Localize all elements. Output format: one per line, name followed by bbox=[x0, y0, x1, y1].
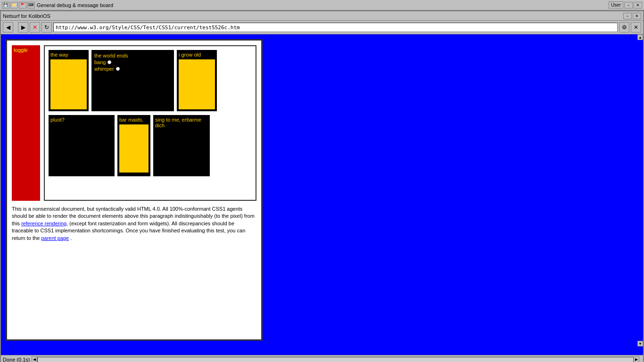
pluot-box: pluot? bbox=[49, 115, 115, 176]
horizontal-scrollbar[interactable]: ◀ ▶ bbox=[32, 356, 639, 362]
title-bar-icons: 💾 📁 🚩 ⌨ bbox=[2, 2, 35, 8]
pluot-label: pluot? bbox=[50, 117, 65, 123]
content-area: ▲ toggle the way bbox=[1, 34, 643, 355]
title-bar: 💾 📁 🚩 ⌨ General debug & message board Us… bbox=[0, 0, 644, 10]
i-grow-old-label: i grow old bbox=[179, 52, 215, 58]
forward-button[interactable]: ▶ bbox=[18, 22, 28, 33]
the-way-label: the way bbox=[50, 52, 87, 58]
title-bar-left: 💾 📁 🚩 ⌨ General debug & message board bbox=[2, 2, 115, 8]
message-board-title: General debug & message board bbox=[37, 2, 113, 8]
scroll-left-arrow[interactable]: ◀ bbox=[32, 356, 37, 362]
toggle-label: toggle bbox=[14, 47, 28, 53]
flag-icon[interactable]: 🚩 bbox=[19, 2, 26, 8]
bang-item: bang bbox=[94, 59, 171, 65]
main-content-box: toggle the way the world ends bbox=[6, 39, 263, 341]
scroll-down-arrow[interactable]: ▼ bbox=[637, 341, 643, 346]
status-text: Done (0.1s) bbox=[3, 357, 30, 362]
bar-maids-box: bar maids, bbox=[117, 115, 150, 176]
the-way-box: the way bbox=[49, 50, 89, 111]
toggle-section: toggle the way the world ends bbox=[12, 45, 256, 201]
close-button[interactable]: ✕ bbox=[634, 2, 642, 8]
world-ends-box: the world ends bang whimper bbox=[91, 50, 174, 111]
save-icon[interactable]: 💾 bbox=[2, 2, 9, 8]
settings-button[interactable]: ⚙ bbox=[619, 22, 629, 33]
bang-radio[interactable] bbox=[107, 60, 111, 64]
grow-old-yellow-block bbox=[179, 59, 215, 109]
bang-label: bang bbox=[94, 59, 106, 65]
whimper-label: whimper bbox=[94, 66, 114, 72]
sing-box: sing to me, erbarme dich bbox=[153, 115, 210, 176]
scroll-up-arrow[interactable]: ▲ bbox=[637, 34, 643, 40]
bar-maids-label: bar maids, bbox=[119, 117, 149, 123]
right-content-grid: the way the world ends bang whimper bbox=[44, 45, 256, 201]
keyboard-icon[interactable]: ⌨ bbox=[27, 2, 35, 8]
title-bar-right: User − ✕ bbox=[609, 1, 642, 8]
i-grow-old-box: i grow old bbox=[177, 50, 217, 111]
browser-close-button[interactable]: ✕ bbox=[633, 13, 641, 19]
toggle-box: toggle bbox=[12, 45, 40, 201]
whimper-radio[interactable] bbox=[116, 67, 120, 71]
browser-title: Netsurf for KolibriOS bbox=[3, 13, 50, 19]
stop-button[interactable]: ✕ bbox=[30, 22, 40, 33]
whimper-item: whimper bbox=[94, 66, 171, 72]
browser-minimize-button[interactable]: − bbox=[623, 13, 632, 19]
folder-icon[interactable]: 📁 bbox=[10, 2, 18, 8]
the-way-yellow-block bbox=[50, 59, 87, 109]
url-bar[interactable] bbox=[53, 23, 618, 32]
bottom-row: pluot? bar maids, sing to me, erbarme di… bbox=[49, 115, 252, 176]
browser-titlebar: Netsurf for KolibriOS − ✕ bbox=[1, 11, 643, 21]
desc-end-text: . bbox=[70, 235, 72, 241]
top-row: the way the world ends bang whimper bbox=[49, 50, 252, 111]
world-ends-label: the world ends bbox=[94, 53, 128, 58]
description-text: This is a nonsensical document, but synt… bbox=[12, 206, 256, 242]
bar-maids-yellow-block bbox=[119, 124, 149, 173]
sing-label: sing to me, erbarme dich bbox=[155, 117, 201, 128]
close-tab-button[interactable]: ✕ bbox=[631, 22, 641, 33]
back-button[interactable]: ◀ bbox=[3, 22, 13, 33]
minimize-button[interactable]: − bbox=[624, 2, 633, 8]
parent-page-link[interactable]: parent page bbox=[41, 235, 69, 241]
status-bar: Done (0.1s) ◀ ▶ bbox=[1, 355, 643, 362]
scroll-right-arrow[interactable]: ▶ bbox=[634, 356, 639, 362]
browser-toolbar: ◀ ▶ ✕ ↻ ⚙ ✕ bbox=[1, 21, 643, 34]
refresh-button[interactable]: ↻ bbox=[41, 22, 52, 33]
nav-divider bbox=[15, 22, 17, 33]
reference-rendering-link[interactable]: reference rendering, bbox=[21, 221, 68, 226]
browser-window: Netsurf for KolibriOS − ✕ ◀ ▶ ✕ ↻ ⚙ ✕ ▲ … bbox=[0, 10, 644, 362]
scroll-track[interactable] bbox=[37, 357, 634, 362]
browser-title-buttons: − ✕ bbox=[623, 13, 641, 19]
user-button[interactable]: User bbox=[609, 1, 623, 8]
